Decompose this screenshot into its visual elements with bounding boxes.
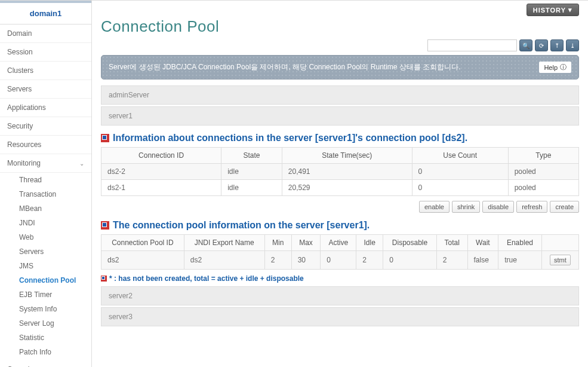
- page-title: Connection Pool: [101, 17, 579, 36]
- nav-sub-servers[interactable]: Servers: [14, 244, 91, 259]
- cell: true: [498, 251, 542, 270]
- server-row-server1[interactable]: server1: [101, 106, 579, 126]
- nav-item-clusters[interactable]: Clusters: [0, 62, 91, 80]
- col-header: JNDI Export Name: [184, 235, 264, 251]
- note-text: * : has not been created, total = active…: [109, 274, 304, 283]
- cell: 0: [412, 180, 508, 196]
- disable-button[interactable]: disable: [482, 201, 514, 213]
- server-row-server2[interactable]: server2: [101, 286, 579, 305]
- search-icon[interactable]: 🔍: [519, 39, 532, 51]
- nav-item-applications[interactable]: Applications: [0, 99, 91, 117]
- save-icon[interactable]: ⤓: [566, 39, 579, 51]
- cell: 20,491: [282, 164, 412, 180]
- col-header: Enabled: [498, 235, 542, 251]
- nav-item-session[interactable]: Session: [0, 43, 91, 62]
- enable-button[interactable]: enable: [419, 201, 450, 213]
- nav-monitoring-sub: ThreadTransactionMBeanJNDIWebServersJMSC…: [0, 173, 91, 359]
- stmt-button[interactable]: stmt: [550, 255, 571, 265]
- section1-title: Information about connections in the ser…: [113, 133, 467, 143]
- nav-item-security[interactable]: Security: [0, 117, 91, 136]
- col-header: Idle: [356, 235, 383, 251]
- nav-item-resources[interactable]: Resources: [0, 136, 91, 154]
- cell: 0: [321, 251, 356, 270]
- nav-monitoring[interactable]: Monitoring ⌄: [0, 154, 91, 173]
- action-row: enableshrinkdisablerefreshcreate: [101, 201, 579, 213]
- nav-item-servers[interactable]: Servers: [0, 80, 91, 99]
- nav-sub-jms[interactable]: JMS: [14, 259, 91, 273]
- col-header: Active: [321, 235, 356, 251]
- col-header: Use Count: [412, 148, 508, 164]
- chevron-down-icon: ⌄: [79, 160, 84, 167]
- cell: 20,529: [282, 180, 412, 196]
- col-header: State: [221, 148, 282, 164]
- nav-sub-transaction[interactable]: Transaction: [14, 187, 91, 201]
- nav-sub-web[interactable]: Web: [14, 230, 91, 244]
- col-header: State Time(sec): [282, 148, 412, 164]
- col-header: [541, 235, 578, 251]
- nav-sub-mbean[interactable]: MBean: [14, 201, 91, 216]
- nav-sub-jndi[interactable]: JNDI: [14, 216, 91, 230]
- cell: 0: [412, 164, 508, 180]
- table-row[interactable]: ds2-1idle20,5290pooled: [101, 180, 579, 196]
- col-header: Total: [436, 235, 467, 251]
- history-label: HISTORY: [533, 7, 566, 14]
- help-icon: ⓘ: [560, 63, 567, 72]
- description-banner: Server에 생성된 JDBC/JCA Connection Pool을 제어…: [101, 55, 579, 79]
- search-row: 🔍 ⟳ ⤒ ⤓: [101, 39, 579, 51]
- server-row-server3[interactable]: server3: [101, 307, 579, 326]
- section2-title-row: The connection pool information on the s…: [101, 220, 579, 231]
- section2-title: The connection pool information on the s…: [113, 220, 370, 231]
- cell: ds2-1: [101, 180, 221, 196]
- cell: 2: [264, 251, 291, 270]
- nav-sub-server-log[interactable]: Server Log: [14, 316, 91, 331]
- cell: pooled: [508, 164, 578, 180]
- cell: ds2-2: [101, 164, 221, 180]
- main-content: HISTORY ▾ Connection Pool 🔍 ⟳ ⤒ ⤓ Server…: [92, 1, 588, 367]
- refresh-button[interactable]: refresh: [516, 201, 547, 213]
- nav-console[interactable]: Console ⌄: [0, 360, 91, 367]
- flag-icon: [101, 276, 107, 282]
- table-row[interactable]: ds2ds22300202falsetruestmt: [101, 251, 579, 270]
- col-header: Max: [291, 235, 321, 251]
- nav-main: DomainSessionClustersServersApplications…: [0, 25, 91, 154]
- cell: ds2: [101, 251, 184, 270]
- chevron-down-icon: ▾: [568, 6, 572, 14]
- nav-sub-connection-pool[interactable]: Connection Pool: [14, 273, 91, 288]
- sidebar: domain1 DomainSessionClustersServersAppl…: [0, 1, 92, 367]
- description-text: Server에 생성된 JDBC/JCA Connection Pool을 제어…: [109, 62, 461, 72]
- note-row: * : has not been created, total = active…: [101, 274, 579, 283]
- help-button[interactable]: Help ⓘ: [539, 62, 571, 73]
- cell: idle: [221, 180, 282, 196]
- history-button[interactable]: HISTORY ▾: [527, 4, 579, 16]
- col-header: Connection ID: [101, 148, 221, 164]
- help-label: Help: [544, 64, 558, 71]
- export-icon[interactable]: ⤒: [550, 39, 564, 51]
- section1-title-row: Information about connections in the ser…: [101, 133, 579, 143]
- cell: 30: [291, 251, 321, 270]
- col-header: Wait: [467, 235, 498, 251]
- pool-info-table: Connection Pool IDJNDI Export NameMinMax…: [101, 234, 579, 270]
- nav-sub-thread[interactable]: Thread: [14, 173, 91, 187]
- nav-sub-patch-info[interactable]: Patch Info: [14, 345, 91, 359]
- nav-sub-system-info[interactable]: System Info: [14, 302, 91, 316]
- cell: pooled: [508, 180, 578, 196]
- search-input[interactable]: [427, 39, 517, 51]
- cell: false: [467, 251, 498, 270]
- shrink-button[interactable]: shrink: [452, 201, 480, 213]
- nav-sub-ejb-timer[interactable]: EJB Timer: [14, 288, 91, 302]
- cell: 2: [356, 251, 383, 270]
- server-row-adminServer[interactable]: adminServer: [101, 85, 579, 105]
- cell: 0: [383, 251, 437, 270]
- servers-top-list: adminServerserver1: [101, 85, 579, 126]
- table-row[interactable]: ds2-2idle20,4910pooled: [101, 164, 579, 180]
- col-header: Type: [508, 148, 578, 164]
- domain-header[interactable]: domain1: [0, 1, 91, 25]
- cell: ds2: [184, 251, 264, 270]
- refresh-icon[interactable]: ⟳: [535, 39, 548, 51]
- flag-icon: [101, 134, 109, 142]
- cell: idle: [221, 164, 282, 180]
- nav-sub-statistic[interactable]: Statistic: [14, 331, 91, 345]
- nav-item-domain[interactable]: Domain: [0, 25, 91, 43]
- col-header: Connection Pool ID: [101, 235, 184, 251]
- create-button[interactable]: create: [550, 201, 579, 213]
